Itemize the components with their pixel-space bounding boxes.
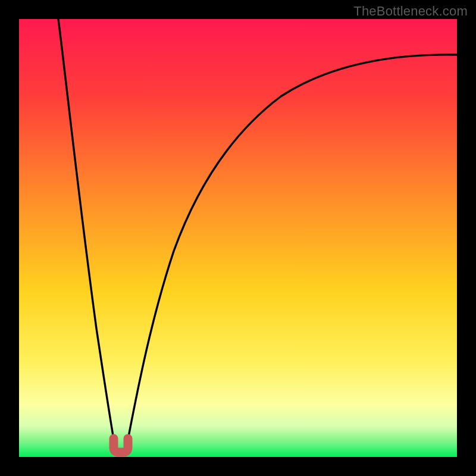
chart-svg — [19, 19, 457, 457]
chart-frame: TheBottleneck.com — [0, 0, 476, 476]
chart-plot-area — [19, 19, 457, 457]
watermark-text: TheBottleneck.com — [353, 4, 468, 19]
